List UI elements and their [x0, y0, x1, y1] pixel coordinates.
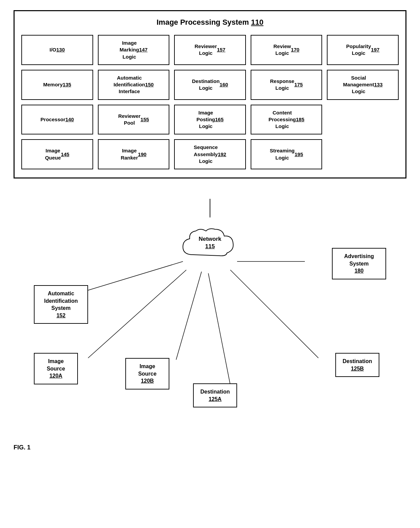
network-section: Network115 AutomaticIdentificationSystem… [14, 217, 406, 455]
system-box: Image Processing System 110 I/O130 Image… [14, 10, 406, 178]
comp-reviewer-pool: ReviewerPool155 [98, 105, 170, 135]
system-title: Image Processing System 110 [21, 18, 399, 27]
net-advertising-system: AdvertisingSystem180 [332, 248, 386, 279]
comp-sequence-assembly-logic: SequenceAssemblyLogic192 [174, 139, 246, 169]
comp-destination-logic: DestinationLogic160 [174, 70, 246, 100]
comp-reviewer-logic: ReviewerLogic157 [174, 35, 246, 65]
comp-memory: Memory135 [21, 70, 93, 100]
comp-content-processing-logic: ContentProcessingLogic 185 [251, 105, 322, 135]
net-auto-id-system: AutomaticIdentificationSystem152 [34, 285, 88, 324]
fig-label: FIG. 1 [14, 444, 30, 451]
comp-popularity-logic: PopularityLogic197 [327, 35, 399, 65]
svg-line-3 [176, 272, 202, 360]
net-image-source-b: ImageSource120B [125, 358, 169, 389]
svg-line-0 [88, 261, 183, 290]
comp-streaming-logic: StreamingLogic195 [251, 139, 322, 169]
comp-auto-id-interface: AutomaticIdentificationInterface 150 [98, 70, 170, 100]
cloud-shape: Network115 [180, 226, 240, 270]
svg-line-2 [88, 270, 186, 358]
comp-image-queue: ImageQueue145 [21, 139, 93, 169]
comp-response-logic: ResponseLogic175 [251, 70, 322, 100]
svg-line-5 [230, 270, 318, 358]
comp-io: I/O130 [21, 35, 93, 65]
comp-image-posting-logic: ImagePostingLogic 165 [174, 105, 246, 135]
component-grid: I/O130 ImageMarkingLogic 147 ReviewerLog… [21, 35, 399, 169]
comp-empty-r4c5 [327, 139, 399, 169]
comp-processor: Processor140 [21, 105, 93, 135]
comp-image-marking-logic: ImageMarkingLogic 147 [98, 35, 170, 65]
net-destination-a: Destination125A [193, 383, 237, 407]
net-image-source-a: ImageSource120A [34, 353, 78, 384]
svg-line-4 [208, 273, 230, 385]
comp-review-logic: ReviewLogic170 [251, 35, 322, 65]
cloud-label: Network115 [180, 235, 240, 250]
net-destination-b: Destination125B [335, 353, 379, 377]
comp-image-ranker: ImageRanker190 [98, 139, 170, 169]
comp-social-mgmt-logic: SocialManagementLogic133 [327, 70, 399, 100]
comp-empty-r3c5 [327, 105, 399, 135]
